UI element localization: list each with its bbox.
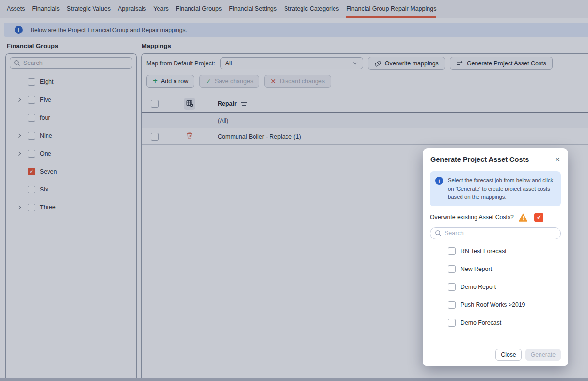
job-item-new-report[interactable]: New Report	[423, 260, 568, 278]
dialog-info-text: Select the forecast job from below and c…	[448, 176, 555, 201]
job-label: Demo Report	[461, 284, 496, 290]
generate-button[interactable]: Generate	[525, 349, 561, 361]
generate-project-asset-costs-dialog: Generate Project Asset Costs ✕ i Select …	[423, 148, 568, 366]
overwrite-checkbox-checked[interactable]	[534, 213, 543, 222]
job-item-demo-report[interactable]: Demo Report	[423, 278, 568, 296]
close-icon[interactable]: ✕	[555, 156, 560, 163]
job-label: Demo Forecast	[461, 319, 501, 326]
checkbox[interactable]	[448, 265, 456, 273]
checkbox[interactable]	[448, 247, 456, 255]
checkbox[interactable]	[448, 319, 456, 327]
job-label: RN Test Forecast	[461, 248, 507, 254]
job-label: Push Roof Works >2019	[461, 302, 525, 308]
checkbox[interactable]	[448, 301, 456, 309]
dialog-info-box: i Select the forecast job from below and…	[430, 171, 561, 206]
job-item-demo-forecast[interactable]: Demo Forecast	[423, 314, 568, 332]
checkbox[interactable]	[448, 283, 456, 291]
screen: Assets Financials Strategic Values Appra…	[0, 0, 588, 381]
dialog-title: Generate Project Asset Costs	[430, 156, 529, 163]
overwrite-existing-label: Overwrite existing Asset Costs?	[430, 214, 514, 221]
forecast-search-input[interactable]	[445, 230, 560, 237]
forecast-jobs-list: RN Test Forecast New Report Demo Report …	[423, 242, 568, 332]
job-item-rn-test-forecast[interactable]: RN Test Forecast	[423, 242, 568, 260]
job-label: New Report	[461, 266, 492, 272]
forecast-search	[430, 227, 561, 239]
job-item-push-roof-works[interactable]: Push Roof Works >2019	[423, 296, 568, 314]
warning-icon	[518, 213, 528, 222]
info-icon: i	[435, 177, 443, 185]
search-icon	[435, 230, 442, 237]
close-button[interactable]: Close	[495, 349, 521, 361]
